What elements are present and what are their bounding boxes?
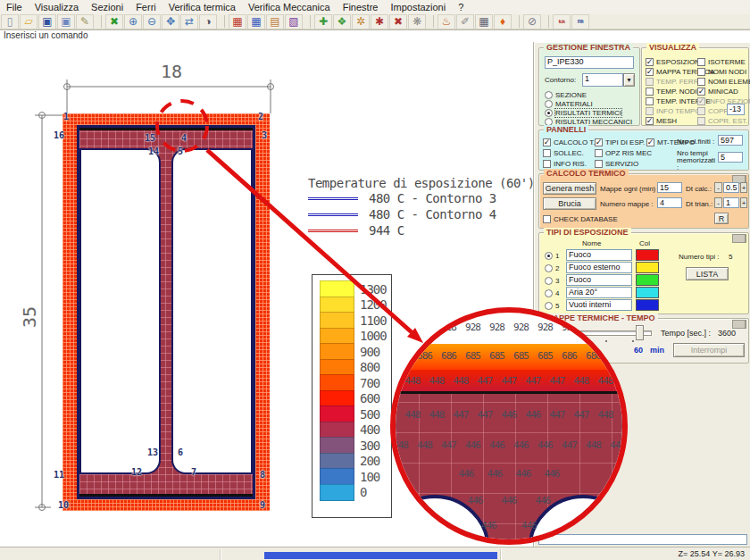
- checkbox[interactable]: ✓: [646, 68, 654, 76]
- menu-sezioni[interactable]: Sezioni: [85, 1, 129, 13]
- add-node-icon[interactable]: ✚: [314, 14, 332, 29]
- checkbox[interactable]: [697, 107, 705, 115]
- time-slider-handle[interactable]: [636, 325, 644, 340]
- checkbox[interactable]: [543, 160, 551, 168]
- edit-sheet-icon[interactable]: ✎: [76, 14, 94, 29]
- zoom-in-icon[interactable]: ⊕: [124, 14, 142, 29]
- brucia-button[interactable]: Brucia: [543, 197, 596, 210]
- checkbox-tipi-di-esp[interactable]: ✓TIPI DI ESP.: [595, 138, 645, 146]
- window-name-field[interactable]: P_IPE330: [545, 56, 634, 69]
- save-as-icon[interactable]: ▣: [57, 14, 75, 29]
- dt-trian-minus-button[interactable]: -: [714, 197, 722, 208]
- exposure-type-color-swatch[interactable]: [636, 262, 659, 273]
- checkbox[interactable]: [646, 97, 654, 105]
- move-node-icon[interactable]: ❖: [333, 14, 351, 29]
- redraw-icon[interactable]: ⇄: [180, 14, 198, 29]
- fire-icon[interactable]: ♦: [494, 14, 512, 29]
- exposure-type-name-field[interactable]: Aria 20°: [566, 287, 632, 298]
- checkbox-esposizione[interactable]: ✓ESPOSIZIONE: [646, 57, 704, 66]
- exposure-type-color-swatch[interactable]: [636, 249, 659, 261]
- menu-ferri[interactable]: Ferri: [129, 1, 162, 13]
- panel-scroll-widget[interactable]: [732, 320, 746, 329]
- mesh-quad-icon[interactable]: ▦: [229, 14, 246, 29]
- menu-visualizza[interactable]: Visualizza: [29, 1, 85, 13]
- rfi-formula-icon[interactable]: Rfi: [571, 14, 589, 29]
- numero-mappe-field[interactable]: 4: [657, 197, 682, 208]
- checkbox[interactable]: [697, 78, 705, 86]
- check-database-checkbox[interactable]: [543, 215, 551, 223]
- checkbox[interactable]: ✓: [646, 138, 654, 146]
- dt-calc-field[interactable]: 0.5: [723, 182, 739, 193]
- checkbox[interactable]: [697, 68, 705, 76]
- zoom-extents-icon[interactable]: ✖: [105, 14, 123, 29]
- copr-int-field[interactable]: -13: [727, 104, 745, 115]
- renumber-icon[interactable]: ❋: [408, 14, 426, 29]
- checkbox-info-ris[interactable]: INFO RIS.: [543, 159, 587, 168]
- checkbox-nomi-elementi[interactable]: NOMI ELEMENTI: [697, 77, 750, 86]
- radio-button[interactable]: [545, 91, 553, 99]
- menu-impostazioni[interactable]: Impostazioni: [384, 1, 452, 13]
- exposure-type-radio[interactable]: [545, 252, 553, 260]
- radio-materiali[interactable]: MATERIALI: [545, 99, 593, 108]
- exposure-type-color-swatch[interactable]: [636, 274, 659, 286]
- panel-scroll-widget[interactable]: [732, 234, 746, 243]
- chevron-down-icon[interactable]: ▼: [623, 73, 635, 87]
- checkbox-temp-ferri[interactable]: TEMP. FERRI: [646, 77, 701, 86]
- mesh-tri-icon[interactable]: ▦: [247, 14, 265, 29]
- pan-icon[interactable]: ✥: [162, 14, 179, 29]
- mesh-refine-icon[interactable]: ▤: [266, 14, 284, 29]
- lista-button[interactable]: LISTA: [686, 267, 729, 280]
- checkbox[interactable]: [697, 117, 705, 125]
- fck-formula-icon[interactable]: fck: [553, 14, 571, 29]
- radio-sezione[interactable]: SEZIONE: [545, 90, 587, 99]
- disable-draw-icon[interactable]: ⊘: [523, 14, 541, 29]
- shade-icon[interactable]: ◑: [199, 14, 217, 29]
- checkbox[interactable]: [646, 107, 654, 115]
- menu-[interactable]: ?: [452, 1, 470, 13]
- command-input[interactable]: Inserisci un comando: [0, 29, 750, 43]
- checkbox[interactable]: [543, 149, 551, 157]
- checkbox-info-tempo[interactable]: INFO TEMPO: [646, 106, 701, 115]
- no-edit-icon[interactable]: ✐: [456, 14, 474, 29]
- checkbox[interactable]: [595, 149, 603, 157]
- exposure-type-name-field[interactable]: Fuoco: [566, 249, 632, 261]
- dt-calc-minus-button[interactable]: -: [714, 182, 722, 193]
- checkbox-opz-ris-mec[interactable]: OPZ RIS MEC: [595, 148, 652, 157]
- interrompi-button[interactable]: Interrompi: [673, 343, 745, 357]
- checkbox-minicad[interactable]: ✓MINICAD: [697, 87, 738, 96]
- zoom-out-icon[interactable]: ⊖: [143, 14, 161, 29]
- check-database-row[interactable]: CHECK DATABASE: [543, 214, 618, 223]
- checkbox-sollec[interactable]: SOLLEC.: [543, 148, 584, 157]
- checkbox-nomi-nodi[interactable]: NOMI NODI: [697, 67, 746, 76]
- checkbox-calcolo-t[interactable]: ✓CALCOLO T.: [543, 138, 596, 146]
- mappe-ogni-field[interactable]: 15: [657, 182, 682, 193]
- genera-mesh-button[interactable]: Genera mesh: [543, 182, 596, 195]
- delete-element-icon[interactable]: ✖: [389, 14, 407, 29]
- save-icon[interactable]: ▣: [38, 14, 56, 29]
- exposure-type-color-swatch[interactable]: [636, 299, 659, 311]
- exposure-type-name-field[interactable]: Fuoco idrocarburi: [566, 274, 632, 286]
- checkbox[interactable]: [646, 88, 654, 96]
- exposure-type-color-swatch[interactable]: [636, 287, 659, 298]
- menu-verifica-meccanica[interactable]: Verifica Meccanica: [242, 1, 337, 13]
- exposure-type-name-field[interactable]: Vuoti interni: [566, 299, 632, 311]
- table-icon[interactable]: ▦: [475, 14, 493, 29]
- drawing-canvas[interactable]: 18 35 12163154145136127118109 Temperatur…: [0, 42, 750, 547]
- checkbox[interactable]: ✓: [697, 88, 705, 96]
- menu-verifica-termica[interactable]: Verifica termica: [162, 1, 242, 13]
- checkbox-servizio[interactable]: SERVIZIO: [595, 159, 638, 168]
- checkbox[interactable]: [697, 58, 705, 66]
- checkbox[interactable]: ✓: [595, 138, 603, 146]
- radio-button[interactable]: [545, 100, 553, 108]
- menu-file[interactable]: File: [0, 1, 29, 13]
- radio-button[interactable]: [545, 109, 553, 117]
- thermal-load-icon[interactable]: ♨: [438, 14, 455, 29]
- dt-trian-field[interactable]: 1: [723, 197, 739, 208]
- exposure-type-radio[interactable]: [545, 302, 553, 310]
- checkbox-temp-nodi[interactable]: TEMP. NODI: [646, 87, 697, 96]
- add-element-icon[interactable]: ✲: [352, 14, 370, 29]
- dt-trian-plus-button[interactable]: +: [740, 197, 747, 208]
- checkbox-copr-est[interactable]: COPR. EST.: [697, 116, 747, 125]
- contorno-select[interactable]: 1: [582, 73, 623, 87]
- checkbox[interactable]: ✓: [543, 138, 551, 146]
